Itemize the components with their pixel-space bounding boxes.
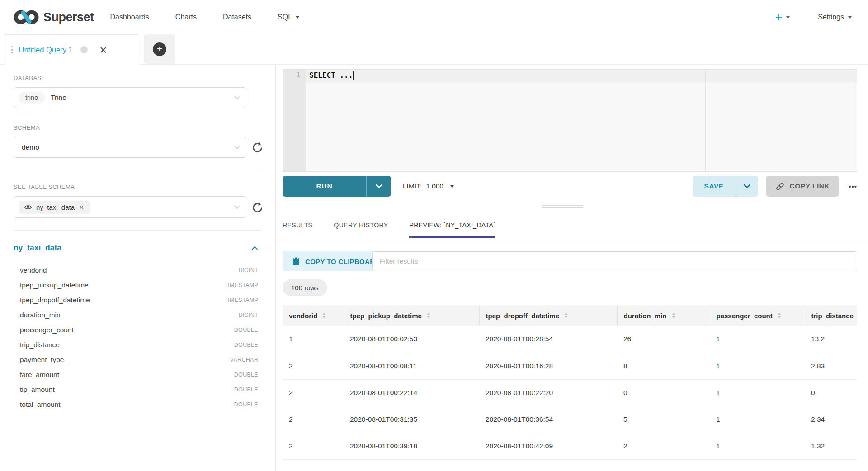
column-name: tpep_pickup_datetime [20, 281, 89, 289]
table-row: 22020-08-01T00:22:142020-08-01T00:22:200… [283, 379, 857, 406]
chevron-down-icon [296, 16, 299, 19]
column-type: DOUBLE [234, 386, 258, 393]
column-name: tip_amount [20, 386, 55, 394]
pane-divider [276, 203, 868, 203]
divider [14, 230, 262, 231]
nav-datasets[interactable]: Datasets [223, 13, 251, 21]
schema-column-row: total_amountDOUBLE [20, 397, 258, 412]
infinity-logo-icon [14, 9, 39, 25]
run-split-button: RUN [283, 176, 391, 197]
column-header-passenger_count[interactable]: passenger_count [710, 305, 805, 326]
filter-results-input[interactable] [372, 251, 857, 271]
copy-link-button[interactable]: COPY LINK [766, 176, 840, 197]
column-type: DOUBLE [234, 372, 258, 378]
column-type: DOUBLE [234, 327, 258, 333]
more-actions-button[interactable]: ••• [849, 183, 857, 190]
database-select[interactable]: trino Trino [14, 87, 246, 108]
run-button[interactable]: RUN [283, 176, 366, 197]
tab-query-history[interactable]: QUERY HISTORY [334, 221, 388, 238]
nav-charts[interactable]: Charts [175, 13, 197, 21]
column-name: payment_type [20, 356, 64, 364]
limit-value: 1 000 [426, 182, 443, 190]
limit-label: LIMIT: [403, 182, 422, 190]
column-name: vendorid [20, 266, 47, 274]
sql-code-editor[interactable]: 1 SELECT ... [283, 69, 857, 172]
results-tabs: RESULTSQUERY HISTORYPREVIEW: `NY_TAXI_DA… [283, 221, 495, 238]
table-schema-title: ny_taxi_data [14, 243, 61, 253]
table-cell: 2020-08-01T00:02:53 [344, 326, 479, 353]
column-header-duration_min[interactable]: duration_min [617, 305, 710, 326]
table-cell: 2020-08-01T00:39:18 [344, 433, 479, 459]
table-cell: 1 [710, 326, 805, 353]
table-schema-header: ny_taxi_data [14, 243, 258, 253]
primary-nav: Dashboards Charts Datasets SQL [110, 13, 300, 21]
table-row: 12020-08-01T00:02:532020-08-01T00:28:542… [283, 326, 857, 353]
column-header-tpep_pickup_datetime[interactable]: tpep_pickup_datetime [344, 305, 479, 326]
table-cell: 2 [283, 433, 344, 459]
run-options-button[interactable] [366, 176, 391, 197]
close-tab-icon[interactable] [100, 47, 107, 53]
text-cursor [353, 71, 354, 80]
schema-label: SCHEMA [14, 124, 40, 131]
database-label: DATABASE [14, 75, 46, 81]
splitter-drag-handle[interactable] [542, 205, 583, 210]
table-cell: 2020-08-01T00:31:35 [344, 406, 479, 433]
divider [14, 170, 262, 170]
superset-logo[interactable]: Superset [14, 9, 94, 25]
row-count-badge: 100 rows [283, 279, 327, 296]
remove-table-icon[interactable]: ✕ [79, 204, 85, 211]
chevron-down-icon [848, 16, 852, 19]
schema-column-row: fare_amountDOUBLE [20, 367, 258, 382]
column-header-label: passenger_count [717, 312, 773, 320]
table-cell: 2.34 [805, 406, 857, 433]
nav-sql-menu[interactable]: SQL [278, 13, 299, 21]
copy-link-label: COPY LINK [790, 182, 830, 190]
nav-dashboards[interactable]: Dashboards [110, 13, 149, 21]
column-name: passenger_count [20, 326, 74, 334]
editor-gutter: 1 [283, 70, 306, 171]
nav-sql-label: SQL [278, 13, 292, 21]
schema-column-row: tpep_dropoff_datetimeTIMESTAMP [20, 292, 258, 307]
settings-menu[interactable]: Settings [818, 13, 852, 21]
column-header-vendorid[interactable]: vendorid [283, 305, 344, 326]
column-header-trip_distance[interactable]: trip_distance [805, 305, 857, 326]
table-cell: 2020-08-01T00:22:14 [344, 379, 479, 406]
tab-results[interactable]: RESULTS [283, 221, 312, 238]
table-cell: 5 [617, 406, 710, 433]
column-header-label: tpep_pickup_datetime [350, 312, 422, 320]
schema-column-row: tip_amountDOUBLE [20, 382, 258, 397]
see-table-schema-label: SEE TABLE SCHEMA [14, 184, 75, 190]
table-cell: 2 [283, 406, 344, 433]
chevron-down-icon [234, 203, 240, 211]
tab-drag-handle-icon[interactable] [11, 46, 13, 54]
chevron-down-icon [234, 94, 240, 102]
selected-table-tag: ny_taxi_data ✕ [19, 201, 90, 214]
collapse-table-icon[interactable] [251, 246, 258, 250]
schema-column-row: passenger_countDOUBLE [20, 322, 258, 337]
new-query-tab-button[interactable]: + [144, 34, 175, 64]
save-options-button[interactable] [736, 176, 758, 197]
tab-untitled-query-1[interactable]: Untitled Query 1 [5, 34, 139, 65]
sql-editor-pane: 1 SELECT ... RUN LIMIT: 1 000 SAVE [276, 65, 868, 471]
column-name: duration_min [20, 311, 61, 319]
table-cell: 2020-08-01T00:16:28 [479, 353, 617, 379]
nav-right-group: + Settings [775, 11, 852, 24]
database-backend-tag: trino [19, 92, 45, 104]
table-select[interactable]: ny_taxi_data ✕ [14, 196, 246, 218]
refresh-schemas-icon[interactable] [250, 140, 265, 155]
schema-select[interactable]: demo [14, 137, 246, 158]
column-header-tpep_dropoff_datetime[interactable]: tpep_dropoff_datetime [479, 305, 617, 326]
limit-dropdown[interactable]: LIMIT: 1 000 [403, 182, 454, 190]
top-nav-bar: Superset Dashboards Charts Datasets SQL … [0, 0, 868, 34]
table-cell: 2020-08-01T00:42:09 [479, 433, 617, 459]
active-line-highlight [306, 70, 857, 82]
settings-label: Settings [818, 13, 844, 21]
save-button[interactable]: SAVE [693, 176, 736, 197]
column-header-label: trip_distance [811, 312, 854, 320]
copy-to-clipboard-label: COPY TO CLIPBOARD [305, 258, 380, 265]
new-item-menu[interactable]: + [775, 11, 790, 24]
refresh-tables-icon[interactable] [250, 200, 265, 215]
column-header-label: tpep_dropoff_datetime [486, 312, 560, 320]
tab-preview-ny-taxi-data[interactable]: PREVIEW: `NY_TAXI_DATA` [409, 221, 495, 238]
table-cell: 1 [710, 433, 805, 459]
